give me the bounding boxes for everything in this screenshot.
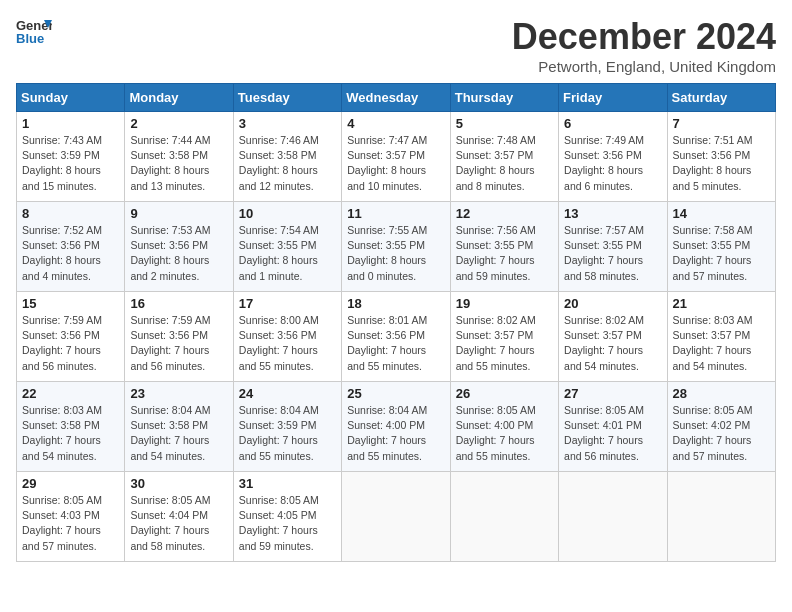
calendar-day-cell: 8Sunrise: 7:52 AM Sunset: 3:56 PM Daylig… xyxy=(17,202,125,292)
calendar-day-cell: 1Sunrise: 7:43 AM Sunset: 3:59 PM Daylig… xyxy=(17,112,125,202)
day-info: Sunrise: 7:59 AM Sunset: 3:56 PM Dayligh… xyxy=(22,313,119,374)
calendar-day-cell: 21Sunrise: 8:03 AM Sunset: 3:57 PM Dayli… xyxy=(667,292,775,382)
day-number: 24 xyxy=(239,386,336,401)
weekday-header: Sunday xyxy=(17,84,125,112)
calendar-day-cell: 29Sunrise: 8:05 AM Sunset: 4:03 PM Dayli… xyxy=(17,472,125,562)
empty-calendar-cell xyxy=(667,472,775,562)
calendar-day-cell: 6Sunrise: 7:49 AM Sunset: 3:56 PM Daylig… xyxy=(559,112,667,202)
day-info: Sunrise: 8:00 AM Sunset: 3:56 PM Dayligh… xyxy=(239,313,336,374)
calendar-table: SundayMondayTuesdayWednesdayThursdayFrid… xyxy=(16,83,776,562)
day-number: 7 xyxy=(673,116,770,131)
day-info: Sunrise: 7:54 AM Sunset: 3:55 PM Dayligh… xyxy=(239,223,336,284)
day-number: 31 xyxy=(239,476,336,491)
day-info: Sunrise: 7:46 AM Sunset: 3:58 PM Dayligh… xyxy=(239,133,336,194)
day-number: 15 xyxy=(22,296,119,311)
calendar-day-cell: 4Sunrise: 7:47 AM Sunset: 3:57 PM Daylig… xyxy=(342,112,450,202)
weekday-header: Wednesday xyxy=(342,84,450,112)
calendar-day-cell: 30Sunrise: 8:05 AM Sunset: 4:04 PM Dayli… xyxy=(125,472,233,562)
day-info: Sunrise: 8:03 AM Sunset: 3:58 PM Dayligh… xyxy=(22,403,119,464)
calendar-week-row: 29Sunrise: 8:05 AM Sunset: 4:03 PM Dayli… xyxy=(17,472,776,562)
weekday-header: Friday xyxy=(559,84,667,112)
day-info: Sunrise: 8:05 AM Sunset: 4:03 PM Dayligh… xyxy=(22,493,119,554)
weekday-header: Saturday xyxy=(667,84,775,112)
day-info: Sunrise: 7:43 AM Sunset: 3:59 PM Dayligh… xyxy=(22,133,119,194)
day-info: Sunrise: 7:58 AM Sunset: 3:55 PM Dayligh… xyxy=(673,223,770,284)
calendar-day-cell: 23Sunrise: 8:04 AM Sunset: 3:58 PM Dayli… xyxy=(125,382,233,472)
day-number: 9 xyxy=(130,206,227,221)
calendar-day-cell: 5Sunrise: 7:48 AM Sunset: 3:57 PM Daylig… xyxy=(450,112,558,202)
day-number: 29 xyxy=(22,476,119,491)
day-info: Sunrise: 7:57 AM Sunset: 3:55 PM Dayligh… xyxy=(564,223,661,284)
day-info: Sunrise: 7:52 AM Sunset: 3:56 PM Dayligh… xyxy=(22,223,119,284)
day-number: 4 xyxy=(347,116,444,131)
calendar-day-cell: 7Sunrise: 7:51 AM Sunset: 3:56 PM Daylig… xyxy=(667,112,775,202)
day-info: Sunrise: 8:04 AM Sunset: 4:00 PM Dayligh… xyxy=(347,403,444,464)
calendar-day-cell: 20Sunrise: 8:02 AM Sunset: 3:57 PM Dayli… xyxy=(559,292,667,382)
svg-text:Blue: Blue xyxy=(16,31,44,46)
day-number: 30 xyxy=(130,476,227,491)
calendar-week-row: 15Sunrise: 7:59 AM Sunset: 3:56 PM Dayli… xyxy=(17,292,776,382)
calendar-day-cell: 3Sunrise: 7:46 AM Sunset: 3:58 PM Daylig… xyxy=(233,112,341,202)
calendar-day-cell: 2Sunrise: 7:44 AM Sunset: 3:58 PM Daylig… xyxy=(125,112,233,202)
day-number: 16 xyxy=(130,296,227,311)
calendar-day-cell: 27Sunrise: 8:05 AM Sunset: 4:01 PM Dayli… xyxy=(559,382,667,472)
month-title: December 2024 xyxy=(512,16,776,58)
location: Petworth, England, United Kingdom xyxy=(512,58,776,75)
weekday-header: Monday xyxy=(125,84,233,112)
day-info: Sunrise: 7:51 AM Sunset: 3:56 PM Dayligh… xyxy=(673,133,770,194)
day-info: Sunrise: 8:05 AM Sunset: 4:02 PM Dayligh… xyxy=(673,403,770,464)
day-number: 2 xyxy=(130,116,227,131)
day-number: 28 xyxy=(673,386,770,401)
calendar-day-cell: 22Sunrise: 8:03 AM Sunset: 3:58 PM Dayli… xyxy=(17,382,125,472)
day-info: Sunrise: 8:02 AM Sunset: 3:57 PM Dayligh… xyxy=(564,313,661,374)
day-info: Sunrise: 7:47 AM Sunset: 3:57 PM Dayligh… xyxy=(347,133,444,194)
calendar-body: 1Sunrise: 7:43 AM Sunset: 3:59 PM Daylig… xyxy=(17,112,776,562)
calendar-day-cell: 25Sunrise: 8:04 AM Sunset: 4:00 PM Dayli… xyxy=(342,382,450,472)
calendar-day-cell: 26Sunrise: 8:05 AM Sunset: 4:00 PM Dayli… xyxy=(450,382,558,472)
day-info: Sunrise: 8:04 AM Sunset: 3:58 PM Dayligh… xyxy=(130,403,227,464)
day-number: 25 xyxy=(347,386,444,401)
day-info: Sunrise: 7:44 AM Sunset: 3:58 PM Dayligh… xyxy=(130,133,227,194)
day-info: Sunrise: 7:55 AM Sunset: 3:55 PM Dayligh… xyxy=(347,223,444,284)
day-number: 8 xyxy=(22,206,119,221)
day-info: Sunrise: 8:05 AM Sunset: 4:05 PM Dayligh… xyxy=(239,493,336,554)
day-info: Sunrise: 8:02 AM Sunset: 3:57 PM Dayligh… xyxy=(456,313,553,374)
day-number: 19 xyxy=(456,296,553,311)
day-number: 14 xyxy=(673,206,770,221)
day-info: Sunrise: 7:59 AM Sunset: 3:56 PM Dayligh… xyxy=(130,313,227,374)
day-number: 27 xyxy=(564,386,661,401)
calendar-day-cell: 16Sunrise: 7:59 AM Sunset: 3:56 PM Dayli… xyxy=(125,292,233,382)
weekday-header: Thursday xyxy=(450,84,558,112)
title-block: December 2024 Petworth, England, United … xyxy=(512,16,776,75)
day-number: 17 xyxy=(239,296,336,311)
day-number: 13 xyxy=(564,206,661,221)
day-number: 3 xyxy=(239,116,336,131)
day-number: 11 xyxy=(347,206,444,221)
day-number: 20 xyxy=(564,296,661,311)
day-info: Sunrise: 7:49 AM Sunset: 3:56 PM Dayligh… xyxy=(564,133,661,194)
calendar-week-row: 22Sunrise: 8:03 AM Sunset: 3:58 PM Dayli… xyxy=(17,382,776,472)
empty-calendar-cell xyxy=(559,472,667,562)
day-number: 5 xyxy=(456,116,553,131)
day-number: 21 xyxy=(673,296,770,311)
day-number: 18 xyxy=(347,296,444,311)
day-info: Sunrise: 7:48 AM Sunset: 3:57 PM Dayligh… xyxy=(456,133,553,194)
calendar-day-cell: 14Sunrise: 7:58 AM Sunset: 3:55 PM Dayli… xyxy=(667,202,775,292)
calendar-header: SundayMondayTuesdayWednesdayThursdayFrid… xyxy=(17,84,776,112)
day-info: Sunrise: 7:53 AM Sunset: 3:56 PM Dayligh… xyxy=(130,223,227,284)
day-number: 23 xyxy=(130,386,227,401)
day-number: 1 xyxy=(22,116,119,131)
day-number: 10 xyxy=(239,206,336,221)
day-info: Sunrise: 8:03 AM Sunset: 3:57 PM Dayligh… xyxy=(673,313,770,374)
calendar-day-cell: 10Sunrise: 7:54 AM Sunset: 3:55 PM Dayli… xyxy=(233,202,341,292)
day-number: 6 xyxy=(564,116,661,131)
day-info: Sunrise: 8:01 AM Sunset: 3:56 PM Dayligh… xyxy=(347,313,444,374)
calendar-day-cell: 19Sunrise: 8:02 AM Sunset: 3:57 PM Dayli… xyxy=(450,292,558,382)
empty-calendar-cell xyxy=(342,472,450,562)
calendar-day-cell: 12Sunrise: 7:56 AM Sunset: 3:55 PM Dayli… xyxy=(450,202,558,292)
calendar-day-cell: 13Sunrise: 7:57 AM Sunset: 3:55 PM Dayli… xyxy=(559,202,667,292)
calendar-day-cell: 24Sunrise: 8:04 AM Sunset: 3:59 PM Dayli… xyxy=(233,382,341,472)
calendar-day-cell: 28Sunrise: 8:05 AM Sunset: 4:02 PM Dayli… xyxy=(667,382,775,472)
calendar-week-row: 8Sunrise: 7:52 AM Sunset: 3:56 PM Daylig… xyxy=(17,202,776,292)
day-number: 26 xyxy=(456,386,553,401)
